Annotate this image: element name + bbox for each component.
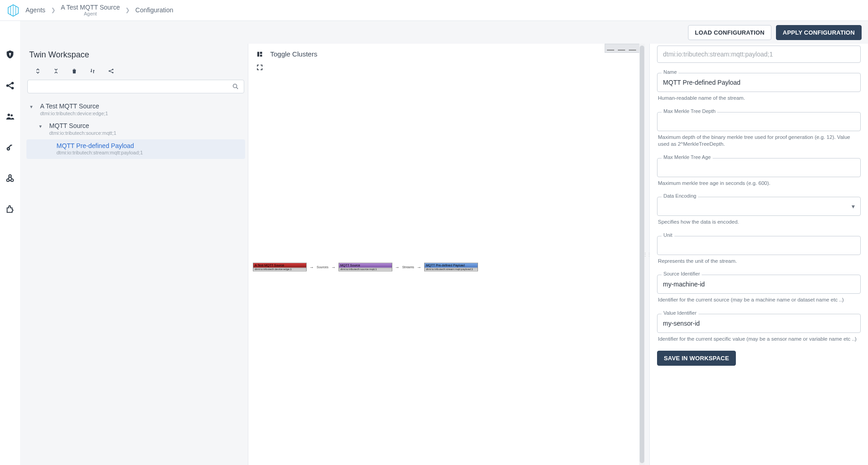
chevron-down-icon[interactable]: ▾ [30,102,36,110]
config-toolbar: LOAD CONFIGURATION APPLY CONFIGURATION [20,21,868,44]
sourceid-help: Identifier for the current source (may b… [658,296,860,304]
nav-share-icon[interactable] [4,79,16,92]
valueid-help: Identifier for the current specific valu… [658,336,860,343]
breadcrumb-source[interactable]: A Test MQTT Source Agent [61,4,120,17]
save-in-workspace-button[interactable]: SAVE IN WORKSPACE [657,351,736,366]
age-help: Maximum merkle tree age in seconds (e.g.… [658,180,860,187]
twin-workspace-panel: Twin Workspace [20,44,248,465]
merkle-age-input[interactable] [657,158,861,177]
tree-node-source[interactable]: ▾ MQTT Source dtmi:io:tributech:source:m… [26,119,245,139]
graph-node-stream[interactable]: MQTT Pre-defined Payload dtmi:io:tribute… [424,263,478,271]
svg-rect-15 [8,144,11,148]
tree-node-title: MQTT Source [49,122,116,130]
arrow-icon: → [417,265,421,270]
svg-point-12 [10,114,13,117]
tree-node-sub: dtmi:io:tributech:source:mqtt;1 [49,130,116,137]
minimap[interactable] [605,44,640,53]
breadcrumb-source-type: Agent [61,11,120,17]
tree-node-title: A Test MQTT Source [40,102,108,111]
merkle-depth-input[interactable] [657,112,861,131]
svg-rect-25 [257,51,259,56]
name-input[interactable] [657,73,861,92]
svg-point-11 [8,114,10,117]
apply-configuration-button[interactable]: APPLY CONFIGURATION [776,25,862,40]
load-configuration-button[interactable]: LOAD CONFIGURATION [688,25,771,40]
chevron-down-icon[interactable]: ▾ [39,122,46,129]
search-icon [232,83,239,90]
arrow-icon: → [309,265,314,270]
depth-help: Maximum depth of the binary merkle tree … [658,134,860,148]
nav-shield-icon[interactable] [4,48,16,61]
chevron-right-icon: ❯ [125,7,130,13]
nav-key-icon[interactable] [4,141,16,154]
expand-all-icon[interactable] [35,68,41,74]
svg-line-24 [236,87,238,89]
nav-webhook-icon[interactable] [4,172,16,185]
dtmi-field: dtmi:io:tributech:stream:mqtt:payload;1 [657,46,861,63]
age-label: Max Merkle Tree Age [662,154,713,160]
collapse-all-icon[interactable] [53,68,59,74]
app-logo[interactable] [6,4,20,17]
svg-line-9 [9,83,11,85]
chevron-right-icon: ❯ [51,7,56,13]
name-label: Name [662,69,678,75]
arrow-icon: → [395,265,400,270]
workspace-search[interactable] [27,80,244,93]
tree-node-device[interactable]: ▾ A Test MQTT Source dtmi:io:tributech:d… [26,100,245,119]
valueid-label: Value Identifier [662,310,699,316]
sourceid-label: Source Identifier [662,271,702,276]
data-encoding-select[interactable]: ▾ [657,197,861,216]
svg-rect-27 [260,55,262,56]
nav-users-icon[interactable] [4,110,16,123]
graph-canvas[interactable]: Toggle Clusters A Test MQTT Source dtmi:… [248,44,645,465]
graph-edge-label: Streams [402,266,414,269]
graph-node-device[interactable]: A Test MQTT Source dtmi:io:tributech:dev… [253,263,307,271]
tree-node-sub: dtmi:io:tributech:device:edge;1 [40,111,108,117]
properties-panel: dtmi:io:tributech:stream:mqtt:payload;1 … [649,44,868,465]
name-help: Human-readable name of the stream. [658,95,860,102]
value-identifier-input[interactable] [657,314,861,333]
toggle-clusters-button[interactable]: Toggle Clusters [257,50,317,58]
graph-view[interactable]: A Test MQTT Source dtmi:io:tributech:dev… [253,263,478,271]
unit-help: Represents the unit of the stream. [658,258,860,265]
depth-label: Max Merkle Tree Depth [662,108,717,114]
graph-icon[interactable] [108,68,115,74]
unit-label: Unit [662,232,674,238]
dashboard-icon [257,51,263,57]
breadcrumb-configuration: Configuration [135,6,173,14]
unit-input[interactable] [657,236,861,255]
swap-icon[interactable] [89,68,96,74]
workspace-toolbar [26,64,248,80]
svg-point-7 [11,82,14,85]
delete-icon[interactable] [71,68,77,74]
workspace-tree: ▾ A Test MQTT Source dtmi:io:tributech:d… [26,98,248,159]
breadcrumb: Agents ❯ A Test MQTT Source Agent ❯ Conf… [0,0,868,21]
source-identifier-input[interactable] [657,275,861,294]
breadcrumb-agents[interactable]: Agents [26,6,46,14]
svg-line-10 [9,86,11,88]
chevron-down-icon: ▾ [852,203,855,210]
fullscreen-icon[interactable] [257,64,645,71]
svg-point-6 [6,84,9,87]
svg-point-23 [233,84,237,88]
svg-rect-5 [10,55,10,56]
graph-node-source[interactable]: MQTT Source dtmi:io:tributech:source:mqt… [339,263,392,271]
svg-rect-26 [260,51,262,54]
svg-point-8 [11,87,14,90]
svg-point-14 [8,148,9,149]
workspace-title: Twin Workspace [26,44,248,64]
toggle-clusters-label: Toggle Clusters [270,50,317,58]
nav-puzzle-icon[interactable] [4,203,16,216]
tree-node-sub: dtmi:io:tributech:stream:mqtt:payload;1 [56,150,143,156]
tree-node-stream[interactable]: MQTT Pre-defined Payload dtmi:io:tribute… [26,139,245,159]
workspace-search-input[interactable] [32,83,232,90]
breadcrumb-source-name: A Test MQTT Source [61,4,120,11]
encoding-label: Data Encoding [662,193,698,199]
tree-node-title: MQTT Pre-defined Payload [56,142,143,150]
side-nav [0,21,20,465]
arrow-icon: → [331,265,336,270]
canvas-scrollbar[interactable] [639,44,645,465]
encoding-help: Specifies how the data is encoded. [658,219,860,226]
pane-resize-handle[interactable]: ⋮⋮ [645,44,649,465]
graph-edge-label: Sources [317,266,329,269]
